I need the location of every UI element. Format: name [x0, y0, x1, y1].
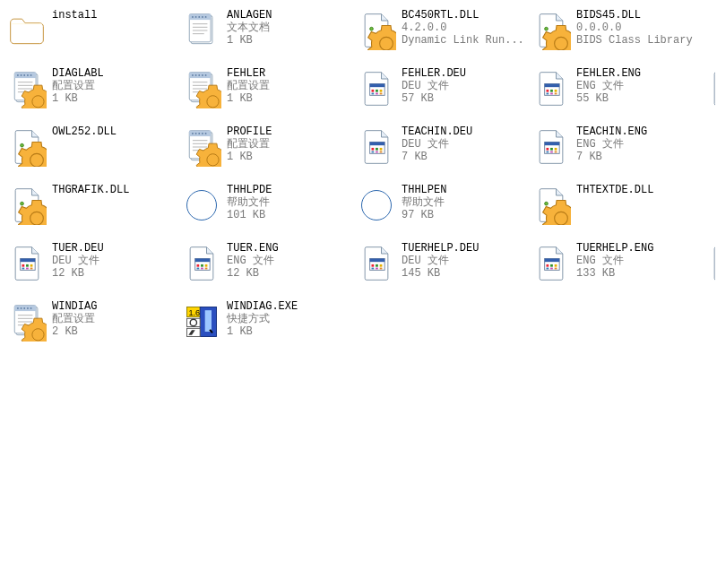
file-meta: ANLAGEN 文本文档 1 KB [227, 9, 272, 47]
file-item[interactable]: ANLAGEN 文本文档 1 KB [182, 9, 357, 63]
file-type-label: DEU 文件 [52, 255, 104, 267]
file-size-label: 1 KB [227, 34, 272, 47]
config-icon [182, 69, 221, 108]
file-size-label: 55 KB [576, 92, 641, 105]
file-type-label: 配置设置 [227, 80, 270, 92]
file-meta: THHLPEN 帮助文件 97 KB [402, 184, 446, 221]
file-size-label: 7 KB [402, 151, 472, 163]
file-name-label: TEACHIN.ENG [576, 125, 647, 138]
file-size-label: 1 KB [227, 151, 272, 163]
file-item[interactable]: FEHLER.ENG ENG 文件 55 KB [531, 67, 706, 121]
file-name-label: TUER.DEU [52, 242, 104, 255]
file-item[interactable]: PROFILE 配置设置 1 KB [182, 125, 357, 179]
file-type-label: ENG 文件 [576, 80, 641, 92]
file-type-label: 0.0.0.0 [576, 22, 693, 34]
file-item-clipped[interactable] [706, 242, 715, 296]
file-size-label: 101 KB [227, 209, 272, 221]
file-size-label: Dynamic Link Run... [402, 34, 524, 47]
file-item[interactable]: install [7, 9, 182, 63]
file-grid: install ANLAGEN 文本文档 1 KB BC450RTL.DLL 4… [7, 9, 717, 359]
file-item[interactable]: THTEXTDE.DLL [531, 184, 706, 238]
file-item[interactable]: TUERHELP.DEU DEU 文件 145 KB [357, 242, 531, 296]
file-size-label: 145 KB [402, 267, 479, 280]
file-size-label: 133 KB [576, 267, 653, 280]
file-type-label: DEU 文件 [402, 255, 479, 267]
file-meta: BIDS45.DLL 0.0.0.0 BIDS Class Library [576, 9, 693, 47]
doc-icon [531, 69, 571, 108]
file-item[interactable]: BIDS45.DLL 0.0.0.0 BIDS Class Library [531, 9, 706, 63]
help-icon [182, 186, 221, 225]
file-type-label: ENG 文件 [576, 255, 653, 267]
file-type-label: 快捷方式 [227, 313, 298, 325]
file-browser-viewport: install ANLAGEN 文本文档 1 KB BC450RTL.DLL 4… [0, 0, 717, 588]
file-item-clipped[interactable] [706, 9, 715, 63]
file-item[interactable]: THGRAFIK.DLL [7, 184, 182, 238]
file-meta: FEHLER.ENG ENG 文件 55 KB [576, 67, 641, 105]
file-meta: TUERHELP.ENG ENG 文件 133 KB [576, 242, 653, 280]
file-item[interactable]: TUERHELP.ENG ENG 文件 133 KB [531, 242, 706, 296]
doc-icon [706, 69, 715, 108]
file-item[interactable]: BC450RTL.DLL 4.2.0.0 Dynamic Link Run... [357, 9, 531, 63]
file-name-label: FEHLER.DEU [402, 67, 466, 80]
file-item[interactable]: TEACHIN.DEU DEU 文件 7 KB [357, 125, 531, 179]
file-name-label: THHLPEN [402, 184, 446, 196]
file-name-label: DIAGLABL [52, 67, 104, 80]
file-meta: TUERHELP.DEU DEU 文件 145 KB [402, 242, 479, 280]
file-meta: TEACHIN.DEU DEU 文件 7 KB [402, 125, 472, 163]
file-item-clipped[interactable] [706, 67, 715, 121]
doc-icon [531, 244, 571, 283]
file-name-label: FEHLER [227, 67, 270, 80]
doc-icon [531, 127, 571, 167]
file-item[interactable]: TEACHIN.ENG ENG 文件 7 KB [531, 125, 706, 179]
dll-icon [531, 186, 571, 225]
file-meta: BC450RTL.DLL 4.2.0.0 Dynamic Link Run... [402, 9, 524, 47]
file-meta: THHLPDE 帮助文件 101 KB [227, 184, 272, 221]
dll-icon [531, 11, 571, 50]
file-item[interactable]: OWL252.DLL [7, 125, 182, 179]
config-icon [7, 69, 47, 108]
file-meta: THTEXTDE.DLL [576, 184, 653, 196]
file-name-label: PROFILE [227, 125, 272, 138]
file-item-clipped[interactable] [706, 125, 715, 179]
file-size-label: 12 KB [227, 267, 279, 280]
file-item-clipped[interactable] [706, 184, 715, 238]
file-item[interactable]: WINDIAG 配置设置 2 KB [7, 300, 182, 354]
file-name-label: WINDIAG.EXE [227, 300, 298, 313]
file-item[interactable]: THHLPDE 帮助文件 101 KB [182, 184, 357, 238]
file-item[interactable]: WINDIAG.EXE 快捷方式 1 KB [182, 300, 357, 354]
file-type-label: 帮助文件 [402, 196, 446, 209]
file-item[interactable]: DIAGLABL 配置设置 1 KB [7, 67, 182, 121]
file-name-label: install [52, 9, 97, 22]
file-name-label: ANLAGEN [227, 9, 272, 22]
file-meta: FEHLER 配置设置 1 KB [227, 67, 270, 105]
file-name-label: OWL252.DLL [52, 125, 117, 138]
file-item[interactable]: FEHLER.DEU DEU 文件 57 KB [357, 67, 531, 121]
file-size-label: 7 KB [576, 151, 647, 163]
file-size-label: 2 KB [52, 325, 97, 338]
file-meta: FEHLER.DEU DEU 文件 57 KB [402, 67, 466, 105]
file-meta: TEACHIN.ENG ENG 文件 7 KB [576, 125, 647, 163]
file-type-label: 文本文档 [227, 22, 272, 34]
config-icon [7, 302, 47, 342]
doc-icon [706, 244, 715, 283]
file-size-label: 12 KB [52, 267, 104, 280]
file-meta: WINDIAG.EXE 快捷方式 1 KB [227, 300, 298, 338]
file-item[interactable]: TUER.DEU DEU 文件 12 KB [7, 242, 182, 296]
file-size-label: 1 KB [52, 92, 104, 105]
file-meta: install [52, 9, 97, 22]
file-name-label: BC450RTL.DLL [402, 9, 524, 22]
file-item[interactable]: THHLPEN 帮助文件 97 KB [357, 184, 531, 238]
doc-icon [182, 244, 221, 283]
file-name-label: BIDS45.DLL [576, 9, 693, 22]
txt-icon [182, 11, 221, 50]
file-name-label: FEHLER.ENG [576, 67, 641, 80]
file-name-label: TUERHELP.ENG [576, 242, 653, 255]
file-type-label: 配置设置 [227, 138, 272, 151]
file-meta: TUER.DEU DEU 文件 12 KB [52, 242, 104, 280]
dll-icon [7, 127, 47, 167]
doc-icon [357, 244, 396, 283]
doc-icon [7, 244, 47, 283]
file-name-label: THHLPDE [227, 184, 272, 196]
file-item[interactable]: TUER.ENG ENG 文件 12 KB [182, 242, 357, 296]
file-item[interactable]: FEHLER 配置设置 1 KB [182, 67, 357, 121]
